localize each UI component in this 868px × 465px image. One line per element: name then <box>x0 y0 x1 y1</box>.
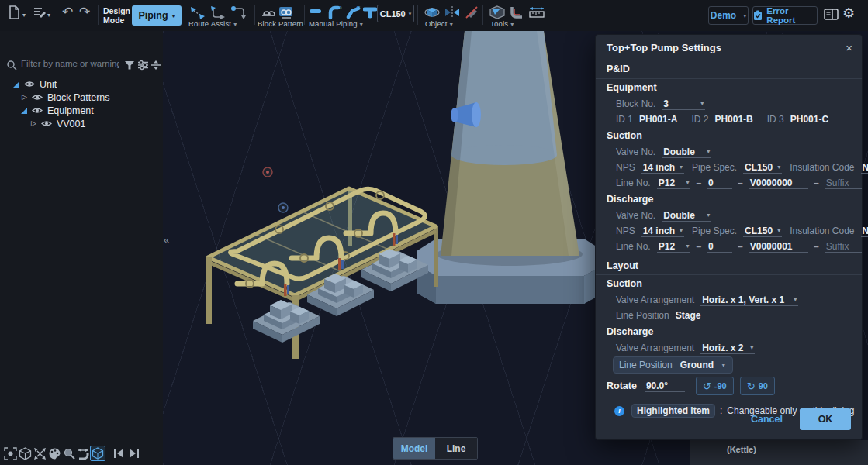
object-erase-icon[interactable] <box>464 5 479 20</box>
pipe-elbow-90-icon[interactable]: 90 <box>327 5 343 20</box>
route-elbow-up-icon[interactable] <box>230 5 247 20</box>
tools-elbow-icon[interactable] <box>509 5 524 20</box>
eye-icon[interactable] <box>32 93 43 102</box>
filter-funnel-icon[interactable] <box>124 60 135 71</box>
rotate-cw-button[interactable]: ↻ 90 <box>740 377 775 395</box>
pipe-route-icon[interactable] <box>76 446 92 461</box>
fit-rows-icon[interactable] <box>150 60 161 71</box>
model-toggle-button[interactable]: Model <box>393 438 435 459</box>
line-toggle-button[interactable]: Line <box>435 438 477 459</box>
filter-input[interactable] <box>19 58 120 69</box>
tree-item-block-patterns[interactable]: ▷ Block Patterns <box>0 91 163 104</box>
panel-layout-icon[interactable] <box>824 9 839 20</box>
tree-item-equipment[interactable]: Equipment <box>0 104 163 117</box>
piping-mode-button[interactable]: Piping ▾ <box>132 5 182 26</box>
section-equipment[interactable]: Equipment <box>596 79 862 96</box>
discharge-line-suffix-input[interactable]: Suffix <box>825 240 862 253</box>
suction-valve-no-row: Valve No. Double ▾ <box>596 144 862 160</box>
tree-collapsed-icon[interactable]: ▷ <box>22 94 27 101</box>
discharge-valve-no-select[interactable]: Double ▾ <box>662 209 711 222</box>
chevron-down-icon: ▾ <box>172 12 175 19</box>
tools-measure-icon[interactable] <box>527 5 546 20</box>
chevron-down-icon: ▾ <box>686 179 689 186</box>
route-elbow-down-icon[interactable] <box>209 5 227 20</box>
block-pattern-group-label[interactable]: Block Pattern <box>258 19 303 28</box>
highlighted-item-chip: Highlighted item <box>631 404 715 418</box>
suction-pipe-spec-select[interactable]: CL150▾ <box>743 161 782 174</box>
tree-collapsed-icon[interactable]: ▷ <box>31 120 36 127</box>
tree-expanded-icon[interactable] <box>13 81 19 88</box>
manual-piping-group-label[interactable]: Manual Piping▾ <box>309 19 363 28</box>
object-rotate-icon[interactable] <box>424 5 441 20</box>
suction-valve-arrangement-select[interactable]: Horiz. x 1, Vert. x 1 ▾ <box>700 294 798 306</box>
skip-end-icon[interactable] <box>126 446 141 461</box>
rotate-angle-input[interactable]: 90.0° <box>645 380 685 392</box>
error-report-button[interactable]: Error Report <box>752 6 818 25</box>
new-file-icon[interactable] <box>8 5 21 20</box>
filter-settings-icon[interactable] <box>137 60 149 71</box>
tree-item-unit[interactable]: Unit <box>0 78 163 91</box>
inspect-probe-icon[interactable] <box>61 446 77 461</box>
chevron-down-icon[interactable]: ▾ <box>22 8 26 23</box>
demo-button[interactable]: Demo ▾ <box>708 6 749 25</box>
app-window: « Model Line ▾ ▾ ↶ ↷ Design Mode Piping … <box>0 0 868 465</box>
solid-view-icon[interactable] <box>90 446 105 461</box>
pipe-straight-icon[interactable] <box>309 8 323 16</box>
discharge-pipe-spec-select[interactable]: CL150▾ <box>743 225 782 237</box>
suction-line-prefix-select[interactable]: P12▾ <box>657 177 691 189</box>
route-assist-group-label[interactable]: Route Assist▾ <box>188 19 237 28</box>
block-no-select[interactable]: 3 ▾ <box>662 98 705 110</box>
tools-group-label[interactable]: Tools▾ <box>490 19 514 28</box>
tools-cube-icon[interactable] <box>489 5 506 20</box>
discharge-line-prefix-select[interactable]: P12▾ <box>657 240 691 253</box>
rotate-ccw-button[interactable]: ↺ -90 <box>696 377 734 395</box>
eye-icon[interactable] <box>41 119 52 128</box>
object-mirror-icon[interactable] <box>444 5 461 20</box>
pipe-tee-icon[interactable] <box>363 5 377 20</box>
pipe-spec-select[interactable]: CL150 ▾ <box>377 5 414 22</box>
edit-list-icon[interactable] <box>33 5 47 20</box>
suction-nps-select[interactable]: 14 inch▾ <box>641 161 684 174</box>
wireframe-cube-icon[interactable] <box>17 446 33 461</box>
discharge-line-number-input[interactable]: 0 <box>707 240 732 253</box>
discharge-nps-select[interactable]: 14 inch▾ <box>641 225 684 237</box>
suction-insulation-select[interactable]: None▾ <box>861 161 868 174</box>
undo-icon[interactable]: ↶ <box>62 5 73 20</box>
tree-item-vv001[interactable]: ▷ VV001 <box>0 117 163 130</box>
suction-line-suffix-input[interactable]: Suffix <box>825 177 862 189</box>
discharge-insulation-select[interactable]: None▾ <box>861 225 868 237</box>
block-pattern-pump-icon[interactable] <box>261 5 276 20</box>
discharge-line-position-select[interactable]: Ground ▾ <box>679 359 727 371</box>
sidebar-collapse-icon[interactable]: « <box>164 234 169 246</box>
eye-icon[interactable] <box>32 106 43 115</box>
equipment-ids-row: ID 1 PH001-A ID 2 PH001-B ID 3 PH001-C <box>596 112 862 127</box>
rotate-row: Rotate 90.0° ↺ -90 ↻ 90 <box>596 376 862 396</box>
tree-expanded-icon[interactable] <box>21 108 27 114</box>
gear-icon[interactable]: ⚙ <box>842 5 855 21</box>
ok-button[interactable]: OK <box>800 408 851 430</box>
focus-target-icon[interactable] <box>2 446 18 461</box>
route-diagonal-icon[interactable] <box>188 5 206 20</box>
close-icon[interactable]: × <box>846 42 852 53</box>
dialog-buttons: Cancel OK <box>751 408 851 430</box>
expand-view-icon[interactable] <box>32 446 47 461</box>
cancel-button[interactable]: Cancel <box>751 414 783 425</box>
redo-icon[interactable]: ↷ <box>79 5 90 20</box>
suction-valve-no-select[interactable]: Double ▾ <box>662 146 711 158</box>
section-discharge[interactable]: Discharge <box>596 191 862 208</box>
pipe-elbow-45-icon[interactable]: 45 <box>346 5 361 20</box>
object-group-label[interactable]: Object▾ <box>425 19 453 28</box>
section-layout[interactable]: Layout <box>596 257 862 275</box>
skip-start-icon[interactable] <box>111 446 126 461</box>
suction-line-number-input[interactable]: 0 <box>707 177 732 189</box>
suction-line-id-input[interactable]: V0000000 <box>749 177 808 189</box>
eye-icon[interactable] <box>24 80 35 88</box>
discharge-line-id-input[interactable]: V0000001 <box>749 240 808 253</box>
palette-icon[interactable] <box>47 446 62 461</box>
chevron-down-icon: ▾ <box>680 227 683 234</box>
discharge-valve-arrangement-select[interactable]: Horiz. x 2 ▾ <box>700 342 755 354</box>
chevron-down-icon[interactable]: ▾ <box>47 8 50 23</box>
section-pid[interactable]: P&ID <box>596 60 862 79</box>
section-suction[interactable]: Suction <box>596 127 862 144</box>
block-pattern-screen-icon[interactable] <box>278 5 295 20</box>
